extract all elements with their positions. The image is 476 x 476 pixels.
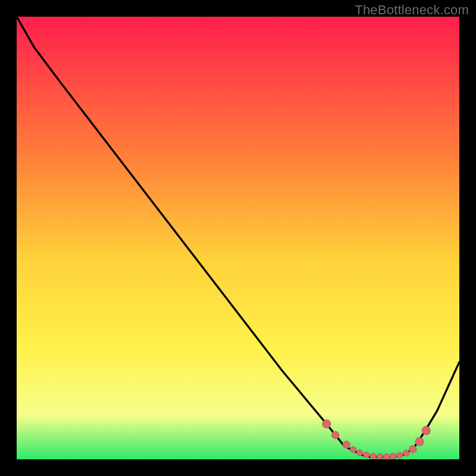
- marker-dot: [343, 441, 350, 448]
- marker-dot: [350, 447, 356, 453]
- marker-dot: [415, 437, 424, 446]
- outer-frame: TheBottleneck.com: [0, 0, 476, 476]
- marker-dot: [397, 452, 403, 458]
- marker-dot: [383, 454, 389, 459]
- marker-dot: [422, 427, 430, 435]
- plot-area: [17, 17, 459, 459]
- watermark-text: TheBottleneck.com: [355, 2, 469, 18]
- marker-dot: [322, 419, 331, 428]
- marker-dot: [403, 450, 409, 456]
- marker-dot: [357, 450, 363, 456]
- marker-dot: [390, 453, 396, 459]
- marker-dot: [370, 453, 376, 459]
- marker-dot: [409, 446, 416, 453]
- marker-dot: [332, 431, 339, 439]
- marker-dot: [377, 454, 383, 459]
- marker-dot: [364, 452, 369, 458]
- bottleneck-curve: [17, 17, 459, 457]
- chart-svg: [17, 17, 459, 459]
